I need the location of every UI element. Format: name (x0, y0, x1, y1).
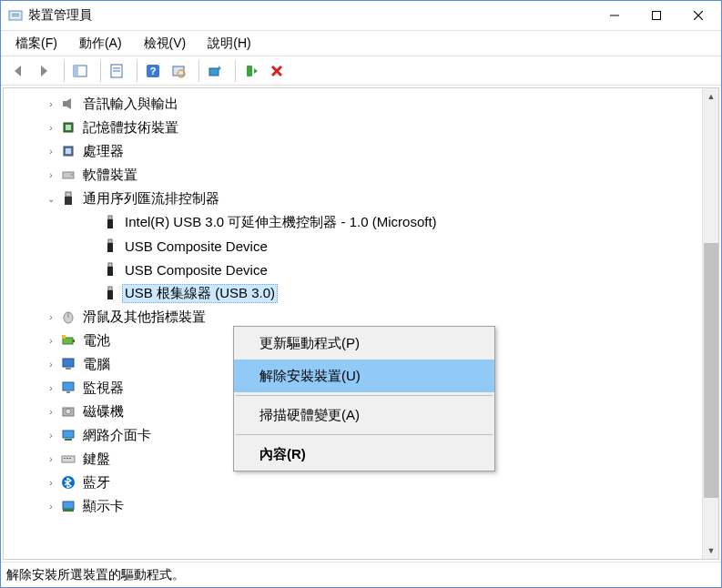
svg-rect-41 (62, 335, 66, 339)
expand-arrow-icon[interactable]: › (44, 96, 58, 111)
no-expander (86, 215, 100, 229)
toolbar-separator (59, 60, 65, 82)
svg-rect-30 (107, 219, 113, 228)
help-button[interactable]: ? (141, 59, 165, 83)
tree-item-label: 處理器 (80, 143, 127, 160)
vertical-scrollbar[interactable]: ▲ ▼ (702, 88, 718, 559)
tree-item-label: 網路介面卡 (80, 427, 154, 444)
toolbar: ? (1, 56, 721, 86)
context-menu-item[interactable]: 內容(R) (234, 438, 494, 471)
status-text: 解除安裝所選裝置的驅動程式。 (6, 567, 185, 583)
properties-button[interactable] (105, 59, 128, 83)
device-tree[interactable]: ›音訊輸入與輸出›記憶體技術裝置›處理器›軟體裝置⌄通用序列匯流排控制器Inte… (4, 88, 702, 559)
drive-icon (60, 167, 76, 183)
tree-item-label: 鍵盤 (80, 451, 113, 468)
context-menu-item[interactable]: 解除安裝裝置(U) (234, 360, 494, 392)
expand-arrow-icon[interactable]: › (44, 309, 58, 324)
tree-item[interactable]: Intel(R) USB 3.0 可延伸主機控制器 - 1.0 (Microso… (4, 210, 702, 234)
expand-arrow-icon[interactable]: › (44, 380, 58, 395)
expand-arrow-icon[interactable]: › (44, 333, 58, 348)
tree-item[interactable]: ›顯示卡 (4, 494, 702, 518)
tree-item[interactable]: USB Composite Device (4, 234, 702, 258)
context-menu-item[interactable]: 掃描硬體變更(A) (234, 399, 494, 431)
toolbar-separator (132, 60, 137, 82)
svg-rect-40 (73, 340, 75, 342)
computer-icon (60, 356, 76, 372)
monitor-icon (60, 380, 76, 396)
forward-button[interactable] (32, 59, 56, 83)
mouse-icon (60, 309, 76, 325)
show-hide-tree-button[interactable] (68, 59, 92, 83)
window-title: 裝置管理員 (28, 7, 594, 24)
svg-rect-1 (12, 14, 19, 15)
menu-view[interactable]: 檢視(V) (133, 33, 198, 55)
tree-item[interactable]: ›處理器 (4, 139, 702, 163)
back-button[interactable] (6, 59, 30, 83)
scroll-thumb[interactable] (704, 243, 718, 498)
expand-arrow-icon[interactable]: › (44, 404, 58, 419)
usb-icon (102, 261, 118, 278)
tree-item-label: 音訊輸入與輸出 (80, 96, 181, 113)
collapse-arrow-icon[interactable]: ⌄ (44, 191, 58, 206)
svg-rect-32 (107, 243, 113, 252)
context-menu-separator (236, 434, 493, 435)
expand-arrow-icon[interactable]: › (44, 357, 58, 371)
svg-rect-31 (108, 239, 112, 243)
expand-arrow-icon[interactable]: › (44, 167, 58, 182)
tree-item-label: USB 根集線器 (USB 3.0) (122, 284, 278, 303)
expand-arrow-icon[interactable]: › (44, 120, 58, 135)
expand-arrow-icon[interactable]: › (44, 144, 58, 158)
expand-arrow-icon[interactable]: › (44, 475, 58, 490)
scroll-down-arrow[interactable]: ▼ (703, 542, 719, 559)
svg-rect-24 (66, 148, 71, 154)
titlebar: 裝置管理員 (1, 1, 721, 31)
uninstall-device-button[interactable] (265, 59, 289, 83)
tree-item[interactable]: ›音訊輸入與輸出 (4, 92, 702, 116)
menu-action[interactable]: 動作(A) (68, 33, 133, 55)
svg-rect-36 (107, 290, 113, 299)
svg-rect-45 (66, 391, 70, 393)
usb-icon (102, 238, 118, 254)
tree-item[interactable]: ›藍牙 (4, 471, 702, 494)
menu-help[interactable]: 說明(H) (197, 33, 261, 55)
tree-item[interactable]: ⌄通用序列匯流排控制器 (4, 187, 702, 210)
tree-item[interactable]: USB 根集線器 (USB 3.0) (4, 281, 702, 305)
tree-item-label: 滑鼠及其他指標裝置 (80, 309, 208, 326)
tree-item[interactable]: USB Composite Device (4, 258, 702, 281)
tree-item[interactable]: ›軟體裝置 (4, 163, 702, 187)
tree-item-label: 監視器 (80, 380, 127, 397)
svg-rect-43 (66, 368, 71, 370)
tree-item-label: 電池 (80, 332, 113, 350)
svg-rect-2 (12, 15, 19, 16)
enable-device-button[interactable] (239, 59, 263, 83)
expand-arrow-icon[interactable]: › (44, 451, 58, 466)
svg-rect-22 (66, 125, 71, 130)
speaker-icon (60, 96, 76, 112)
svg-point-47 (66, 409, 71, 414)
tree-item-label: USB Composite Device (122, 238, 270, 254)
expand-arrow-icon[interactable]: › (44, 428, 58, 442)
minimize-button[interactable] (594, 2, 636, 29)
svg-text:?: ? (150, 66, 157, 76)
app-icon (8, 8, 23, 23)
svg-rect-50 (62, 456, 75, 462)
window-controls (594, 2, 719, 29)
svg-rect-52 (66, 458, 68, 459)
context-menu-item[interactable]: 更新驅動程式(P) (234, 327, 494, 360)
maximize-button[interactable] (636, 2, 677, 29)
toolbar-separator (96, 60, 101, 82)
tree-item-label: 電腦 (80, 356, 113, 373)
tree-item[interactable]: ›記憶體技術裝置 (4, 116, 702, 139)
keyboard-icon (60, 451, 76, 467)
tree-item-label: 軟體裝置 (80, 167, 140, 184)
update-driver-button[interactable] (203, 59, 227, 83)
close-button[interactable] (677, 2, 719, 29)
svg-rect-44 (63, 382, 74, 390)
scan-hardware-button[interactable] (167, 59, 190, 83)
svg-rect-8 (74, 66, 78, 76)
svg-rect-49 (65, 439, 72, 441)
svg-rect-33 (108, 263, 112, 267)
menu-file[interactable]: 檔案(F) (5, 33, 68, 55)
expand-arrow-icon[interactable]: › (44, 499, 58, 513)
scroll-up-arrow[interactable]: ▲ (703, 88, 719, 105)
